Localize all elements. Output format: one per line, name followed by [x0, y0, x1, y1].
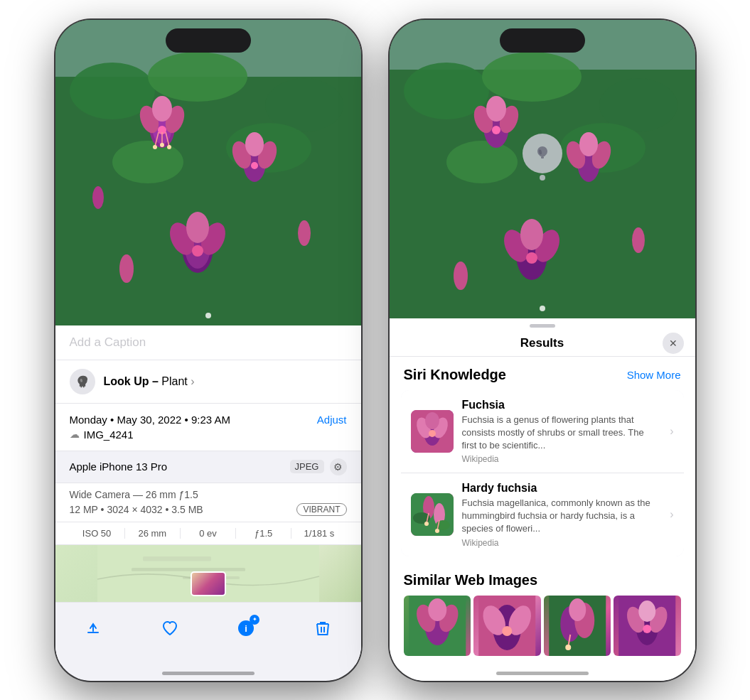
- fuchsia-text: Fuchsia Fuchsia is a genus of flowering …: [462, 399, 659, 465]
- close-button[interactable]: ✕: [663, 333, 684, 354]
- date-text: Monday • May 30, 2022 • 9:23 AM: [70, 414, 230, 426]
- visual-search-bubble[interactable]: [523, 134, 562, 173]
- results-header: Results ✕: [390, 330, 695, 357]
- results-body[interactable]: Siri Knowledge Show More: [390, 357, 695, 681]
- hardy-name: Hardy fuchsia: [462, 482, 659, 495]
- svg-point-57: [579, 132, 598, 156]
- similar-image-1[interactable]: [404, 596, 471, 656]
- sheet-handle: [530, 324, 555, 328]
- svg-point-52: [486, 96, 506, 122]
- phone2-layout: Results ✕ Siri Knowledge Show More: [390, 20, 695, 681]
- svg-point-24: [119, 254, 134, 283]
- left-phone: Add a Caption Look Up – Plant › Monday •…: [55, 20, 361, 681]
- knowledge-item-fuchsia[interactable]: Fuchsia Fuchsia is a genus of flowering …: [401, 390, 684, 474]
- fuchsia-thumb: [411, 410, 454, 453]
- delete-button[interactable]: [307, 613, 338, 644]
- lookup-row[interactable]: Look Up – Plant ›: [55, 360, 361, 404]
- siri-knowledge-header: Siri Knowledge Show More: [390, 357, 695, 390]
- format-badge: JPEG: [290, 460, 324, 473]
- similar-title: Similar Web Images: [404, 572, 681, 588]
- photo-view[interactable]: [55, 20, 361, 325]
- svg-point-102: [638, 601, 655, 622]
- lookup-icon: [70, 369, 95, 394]
- mp-text: 12 MP • 3024 × 4032 • 3.5 MB: [70, 504, 203, 515]
- similar-image-2[interactable]: [473, 596, 541, 656]
- knowledge-card: Fuchsia Fuchsia is a genus of flowering …: [401, 390, 684, 556]
- exif-aperture: ƒ1.5: [236, 528, 291, 539]
- caption-area[interactable]: Add a Caption: [55, 325, 361, 360]
- device-name: Apple iPhone 13 Pro: [70, 461, 168, 473]
- svg-point-3: [148, 52, 247, 102]
- bubble-dot: [540, 175, 545, 181]
- svg-rect-36: [132, 568, 245, 571]
- svg-point-16: [245, 132, 264, 156]
- svg-point-97: [565, 645, 571, 650]
- adjust-button[interactable]: Adjust: [317, 414, 347, 426]
- svg-point-31: [153, 145, 157, 149]
- info-button[interactable]: i ✦: [230, 613, 262, 644]
- phone1-content: Add a Caption Look Up – Plant › Monday •…: [55, 325, 361, 664]
- svg-point-45: [482, 52, 582, 102]
- phone2-screen: Results ✕ Siri Knowledge Show More: [390, 20, 695, 681]
- svg-point-23: [192, 245, 203, 257]
- toolbar: i ✦: [55, 602, 361, 664]
- results-title: Results: [520, 336, 564, 350]
- fuchsia-name: Fuchsia: [462, 399, 659, 411]
- device-row: Apple iPhone 13 Pro JPEG ⚙: [55, 451, 361, 483]
- svg-point-5: [112, 141, 183, 183]
- share-button[interactable]: [77, 613, 109, 644]
- svg-point-17: [251, 162, 258, 169]
- svg-text:i: i: [245, 623, 247, 634]
- svg-point-47: [446, 141, 518, 183]
- svg-point-86: [428, 598, 446, 621]
- svg-point-62: [526, 252, 537, 264]
- svg-point-80: [424, 522, 429, 526]
- svg-point-81: [435, 529, 439, 533]
- map-area[interactable]: [55, 545, 361, 602]
- svg-point-91: [502, 626, 512, 636]
- show-more-button[interactable]: Show More: [627, 369, 681, 381]
- device-badges: JPEG ⚙: [290, 458, 347, 475]
- dynamic-island-2: [500, 28, 585, 53]
- info-row: Monday • May 30, 2022 • 9:23 AM Adjust ☁…: [55, 404, 361, 451]
- lookup-label: Look Up – Plant ›: [104, 375, 195, 388]
- knowledge-item-hardy[interactable]: Hardy fuchsia Fuchsia magellanica, commo…: [401, 473, 684, 556]
- siri-knowledge-title: Siri Knowledge: [404, 367, 506, 383]
- svg-rect-35: [143, 556, 211, 561]
- exif-focal: 26 mm: [125, 528, 181, 539]
- exif-row: ISO 50 26 mm 0 ev ƒ1.5 1/181 s: [55, 522, 361, 545]
- hardy-text: Hardy fuchsia Fuchsia magellanica, commo…: [462, 482, 659, 548]
- filename: IMG_4241: [84, 429, 134, 441]
- svg-point-30: [160, 143, 164, 147]
- svg-point-25: [298, 220, 311, 246]
- svg-point-22: [186, 212, 209, 243]
- phone1-screen: Add a Caption Look Up – Plant › Monday •…: [55, 20, 361, 681]
- similar-section: Similar Web Images: [390, 562, 695, 663]
- exif-iso: ISO 50: [70, 528, 125, 539]
- similar-images: [404, 596, 681, 656]
- home-indicator-2: [496, 672, 589, 675]
- cloud-icon: ☁: [70, 429, 80, 440]
- exif-shutter: 1/181 s: [291, 528, 346, 539]
- hardy-desc: Fuchsia magellanica, commonly known as t…: [462, 497, 659, 536]
- svg-point-26: [92, 186, 104, 209]
- similar-image-3[interactable]: [544, 596, 611, 656]
- hardy-source: Wikipedia: [462, 538, 659, 548]
- svg-point-61: [520, 219, 543, 250]
- settings-icon[interactable]: ⚙: [330, 458, 347, 475]
- wide-camera-text: Wide Camera — 26 mm ƒ1.5: [70, 489, 347, 500]
- results-sheet: Results ✕ Siri Knowledge Show More: [390, 318, 695, 681]
- svg-point-63: [454, 262, 468, 290]
- photo-view-2[interactable]: [390, 20, 695, 318]
- exif-ev: 0 ev: [181, 528, 236, 539]
- svg-point-64: [632, 227, 645, 253]
- similar-image-4[interactable]: [614, 596, 681, 656]
- svg-point-72: [429, 430, 436, 437]
- hardy-thumb: [411, 493, 454, 536]
- svg-point-103: [643, 625, 651, 633]
- right-phone: Results ✕ Siri Knowledge Show More: [390, 20, 695, 681]
- vibrant-badge: VIBRANT: [296, 503, 346, 516]
- like-button[interactable]: [154, 613, 186, 644]
- fuchsia-source: Wikipedia: [462, 454, 659, 464]
- svg-point-32: [167, 145, 171, 149]
